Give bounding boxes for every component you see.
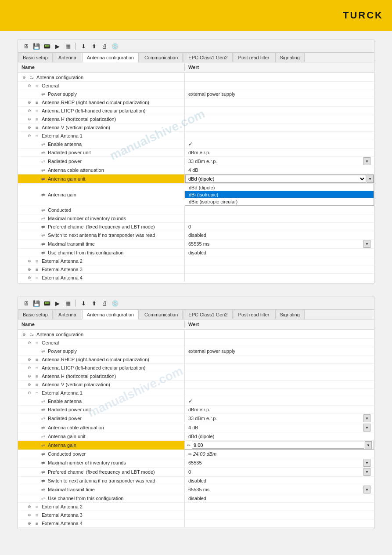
grid-icon[interactable]: ▦ xyxy=(64,43,72,50)
dropdown-btn-cable-att-2[interactable]: ▼ xyxy=(363,424,370,432)
dropdown-list-gain[interactable]: dBd (dipole) dBi (isotropic) dBic (isotr… xyxy=(185,184,374,206)
row-ext-ant-2: ⊕ ≡ External Antenna 2 xyxy=(18,257,374,265)
grid-icon-2[interactable]: ▦ xyxy=(64,300,72,307)
col-name-label-1: Name xyxy=(18,64,185,71)
expand-rhcp-2[interactable]: ⊖ xyxy=(28,357,33,362)
expand-ext4[interactable]: ⊕ xyxy=(28,276,33,280)
value-ext2 xyxy=(185,257,374,265)
expand-rhcp[interactable]: ⊖ xyxy=(28,100,33,105)
value-rad-power-2: 33 dBm e.r.p. ▼ xyxy=(185,414,374,423)
tab-signaling-2[interactable]: Signaling xyxy=(275,310,305,319)
tab-antenna[interactable]: Antenna xyxy=(54,53,81,62)
print-icon[interactable]: 🖨 xyxy=(100,43,109,50)
download-icon[interactable]: ⬇ xyxy=(79,43,88,50)
col-wert-label-1: Wert xyxy=(185,64,374,71)
dropdown-btn-ant-gain-2[interactable]: ▼ xyxy=(365,441,372,449)
dropdown-btn-max-transmit[interactable]: ▼ xyxy=(363,240,370,248)
arrow-icon-use-channel-2: ⇄ xyxy=(40,496,46,501)
value-gain-unit[interactable]: dBd (dipole) dBi (isotropic) dBic (isotr… xyxy=(185,174,374,183)
dropdown-btn-pref-channel-2[interactable]: ▼ xyxy=(363,468,370,476)
label-use-channel: Use channel from this configuration xyxy=(48,250,123,255)
arrow-right-icon-2[interactable]: ▶ xyxy=(53,300,62,307)
tab-epc-class1-2[interactable]: EPC Class1 Gen2 xyxy=(183,310,232,319)
device-icon-2[interactable]: 📟 xyxy=(43,300,51,307)
download-icon-2[interactable]: ⬇ xyxy=(79,300,88,307)
expand-general-2[interactable]: ⊖ xyxy=(28,341,33,345)
dropdown-btn-rad-power-2[interactable]: ▼ xyxy=(363,414,370,422)
value-max-transmit: 65535 ms ▼ xyxy=(185,239,374,248)
tab-epc-class1[interactable]: EPC Class1 Gen2 xyxy=(183,53,232,62)
expand-antenna-config-2[interactable]: ⊖ xyxy=(22,332,28,337)
tab-basic-setup[interactable]: Basic setup xyxy=(18,53,53,62)
tab-post-read-2[interactable]: Post read filter xyxy=(234,310,274,319)
row-name-enable: ⇄ Enable antenna xyxy=(18,140,185,148)
expand-lhcp[interactable]: ⊖ xyxy=(28,109,33,113)
input-ant-gain-2[interactable] xyxy=(192,442,364,449)
check-enable-2: ✓ xyxy=(188,398,193,404)
expand-general[interactable]: ⊖ xyxy=(28,83,33,88)
expand-ext4-2[interactable]: ⊕ xyxy=(28,521,33,526)
dropdown-gain-unit[interactable]: dBd (dipole) dBi (isotropic) dBic (isotr… xyxy=(185,175,366,183)
expand-antenna-config[interactable]: ⊖ xyxy=(22,75,28,80)
tab-signaling[interactable]: Signaling xyxy=(275,53,305,62)
row-antenna-gain: ⇄ Antenna gain dBd (dipole) dBi (isotrop… xyxy=(18,184,374,206)
expand-ext1[interactable]: ⊖ xyxy=(28,134,33,138)
value-power-supply-2: external power supply xyxy=(185,347,374,355)
dropdown-btn-max-inv-2[interactable]: ▼ xyxy=(363,459,370,467)
dropdown-item-dbd[interactable]: dBd (dipole) xyxy=(185,184,374,191)
disk-icon[interactable]: 💿 xyxy=(111,43,119,50)
expand-ext3-2[interactable]: ⊕ xyxy=(28,513,33,517)
expand-h-2[interactable]: ⊖ xyxy=(28,374,33,378)
tab-communication[interactable]: Communication xyxy=(140,53,183,62)
arrow-icon-ant-gain-2: ⇄ xyxy=(40,443,46,448)
row-name-max-transmit-2: ⇄ Maximal transmit time xyxy=(18,486,185,493)
tab-antenna-configuration-2[interactable]: Antenna configuration xyxy=(82,310,139,319)
upload-icon-2[interactable]: ⬆ xyxy=(90,300,98,307)
expand-ext1-2[interactable]: ⊖ xyxy=(28,391,33,395)
save-icon-2[interactable]: 💾 xyxy=(32,300,41,307)
row-name-v: ⊖ ≡ Antenna V (vertical polarization) xyxy=(18,123,185,131)
monitor-icon-2[interactable]: 🖥 xyxy=(22,300,30,307)
expand-h[interactable]: ⊖ xyxy=(28,117,33,121)
row-gain-unit: ⇄ Antenna gain unit dBd (dipole) dBi (is… xyxy=(18,174,374,184)
label-pref-channel: Prefered channel (fixed frequency and LB… xyxy=(48,224,155,229)
tabs-1: Basic setup Antenna Antenna configuratio… xyxy=(18,53,374,62)
dropdown-btn-gain-unit[interactable]: ▼ xyxy=(367,175,374,183)
toolbar-sep-2 xyxy=(76,300,76,307)
row-name-ext1: ⊖ ≡ External Antenna 1 xyxy=(18,132,185,140)
row-conducted-2: ⇄ Conducted power ✏ 24.00 dBm xyxy=(18,450,374,458)
disk-icon-2[interactable]: 💿 xyxy=(111,300,119,307)
value-ant-gain-2[interactable]: ✏ ▼ xyxy=(185,441,374,450)
row-power-supply: ⇄ Power supply external power supply xyxy=(18,90,374,98)
tab-basic-setup-2[interactable]: Basic setup xyxy=(18,310,53,319)
expand-lhcp-2[interactable]: ⊖ xyxy=(28,366,33,370)
dropdown-btn-max-transmit-2[interactable]: ▼ xyxy=(363,486,370,493)
tab-post-read[interactable]: Post read filter xyxy=(234,53,274,62)
monitor-icon[interactable]: 🖥 xyxy=(22,43,30,50)
tab-communication-2[interactable]: Communication xyxy=(140,310,183,319)
upload-icon[interactable]: ⬆ xyxy=(90,43,98,50)
device-icon[interactable]: 📟 xyxy=(43,43,51,50)
value-conducted xyxy=(185,206,374,214)
dropdown-item-dbic[interactable]: dBic (isotropic circular) xyxy=(185,198,374,205)
expand-v[interactable]: ⊖ xyxy=(28,125,33,130)
arrow-icon-switch-next-2: ⇄ xyxy=(40,479,46,483)
expand-v-2[interactable]: ⊖ xyxy=(28,382,33,387)
label-ext1-2: External Antenna 1 xyxy=(42,390,83,395)
arrow-right-icon[interactable]: ▶ xyxy=(53,43,62,50)
expand-ext3[interactable]: ⊕ xyxy=(28,267,33,272)
dropdown-item-dbi[interactable]: dBi (isotropic) xyxy=(185,191,374,198)
tab-antenna-2[interactable]: Antenna xyxy=(54,310,81,319)
row-antenna-config-2: ⊖ 🗂 Antenna configuration xyxy=(18,330,374,339)
expand-ext2[interactable]: ⊕ xyxy=(28,259,33,263)
value-v-2 xyxy=(185,381,374,388)
tab-antenna-configuration[interactable]: Antenna configuration xyxy=(82,53,139,62)
print-icon-2[interactable]: 🖨 xyxy=(100,300,109,307)
save-icon[interactable]: 💾 xyxy=(32,43,41,50)
value-use-channel: disabled xyxy=(185,249,374,257)
dropdown-btn-rad-power[interactable]: ▼ xyxy=(363,157,370,165)
value-cable-att-2: 4 dB ▼ xyxy=(185,423,374,432)
expand-ext2-2[interactable]: ⊕ xyxy=(28,504,33,509)
list-icon-ext3: ≡ xyxy=(34,267,40,272)
row-name-rhcp-2: ⊖ ≡ Antenna RHCP (right-handed circular … xyxy=(18,355,185,363)
